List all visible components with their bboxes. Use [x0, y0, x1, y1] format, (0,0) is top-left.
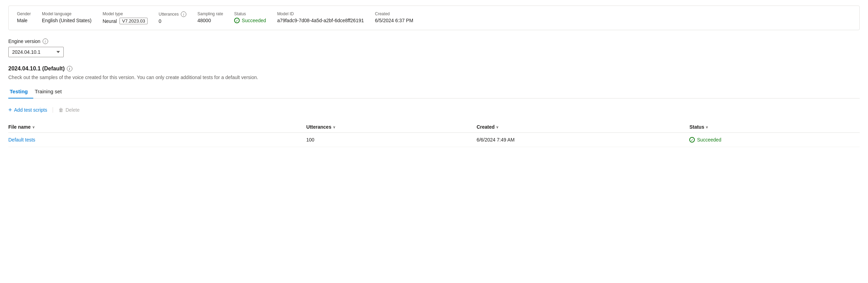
sort-icon-created: ∨	[496, 125, 498, 129]
plus-icon: +	[8, 107, 12, 113]
tabs-bar: Testing Training set	[8, 86, 860, 98]
created-label: Created	[375, 11, 414, 16]
cell-status: ✓ Succeeded	[689, 133, 860, 147]
cell-created: 6/6/2024 7:49 AM	[477, 133, 690, 147]
trash-icon: 🗑	[59, 107, 63, 113]
gender-field: Gender Male	[17, 11, 31, 24]
col-status-label: Status	[689, 124, 704, 130]
row-status-text: Succeeded	[697, 137, 721, 143]
created-value: 6/5/2024 6:37 PM	[375, 18, 414, 23]
testing-toolbar: + Add test scripts 🗑 Delete	[8, 104, 860, 116]
version-section: 2024.04.10.1 (Default) i Check out the s…	[8, 66, 860, 147]
delete-button[interactable]: 🗑 Delete	[59, 107, 79, 113]
engine-version-dropdown[interactable]: 2024.04.10.1	[8, 47, 64, 57]
model-type-neural: Neural	[103, 18, 117, 24]
engine-version-section: Engine version i 2024.04.10.1	[8, 38, 860, 57]
status-label: Status	[234, 11, 266, 16]
table-header-row: File name ∨ Utterances ∨ Created ∨	[8, 121, 860, 133]
engine-info-icon[interactable]: i	[43, 38, 48, 44]
col-header-utterances[interactable]: Utterances ∨	[306, 121, 477, 133]
cell-utterances: 100	[306, 133, 477, 147]
gender-value: Male	[17, 18, 31, 23]
sort-icon-utterances: ∨	[333, 125, 335, 129]
col-created-label: Created	[477, 124, 495, 130]
add-test-scripts-button[interactable]: + Add test scripts	[8, 107, 47, 113]
model-id-value: a79fadc9-7d08-4a5d-a2bf-6dce8ff26191	[277, 18, 364, 23]
col-utterances-label: Utterances	[306, 124, 331, 130]
engine-label-row: Engine version i	[8, 38, 860, 44]
utterances-label: Utterances	[159, 12, 179, 17]
col-header-created[interactable]: Created ∨	[477, 121, 690, 133]
toolbar-divider	[53, 107, 53, 113]
gender-label: Gender	[17, 11, 31, 16]
sampling-rate-field: Sampling rate 48000	[197, 11, 223, 24]
model-id-label: Model ID	[277, 11, 364, 16]
delete-label: Delete	[65, 107, 79, 113]
utterances-value: 0	[159, 18, 186, 24]
sampling-rate-label: Sampling rate	[197, 11, 223, 16]
model-id-field: Model ID a79fadc9-7d08-4a5d-a2bf-6dce8ff…	[277, 11, 364, 24]
language-label: Model language	[42, 11, 91, 16]
language-value: English (United States)	[42, 18, 91, 23]
model-type-field: Model type Neural V7.2023.03	[103, 11, 148, 24]
engine-version-label: Engine version	[8, 38, 41, 44]
model-info-card: Gender Male Model language English (Unit…	[8, 6, 860, 30]
cell-filename: Default tests	[8, 133, 306, 147]
col-header-filename[interactable]: File name ∨	[8, 121, 306, 133]
status-field: Status ✓ Succeeded	[234, 11, 266, 24]
utterances-field: Utterances i 0	[159, 11, 186, 24]
tab-training-set[interactable]: Training set	[33, 86, 67, 98]
tab-testing[interactable]: Testing	[8, 86, 33, 98]
add-test-scripts-label: Add test scripts	[14, 107, 47, 113]
version-title: 2024.04.10.1 (Default) i	[8, 66, 860, 72]
engine-version-selected: 2024.04.10.1	[12, 49, 41, 55]
col-filename-label: File name	[8, 124, 31, 130]
tab-testing-label: Testing	[10, 88, 28, 94]
testing-table: File name ∨ Utterances ∨ Created ∨	[8, 121, 860, 147]
table-row: Default tests 100 6/6/2024 7:49 AM ✓ Suc…	[8, 133, 860, 147]
tab-training-label: Training set	[35, 88, 62, 94]
version-info-icon[interactable]: i	[67, 66, 72, 71]
status-check-icon: ✓	[234, 18, 240, 23]
model-type-value: Neural V7.2023.03	[103, 18, 148, 24]
model-type-version-badge: V7.2023.03	[119, 18, 148, 24]
created-field: Created 6/5/2024 6:37 PM	[375, 11, 414, 24]
model-type-label: Model type	[103, 11, 148, 16]
sort-icon-status: ∨	[706, 125, 708, 129]
status-value: ✓ Succeeded	[234, 18, 266, 23]
utterances-info-icon[interactable]: i	[181, 11, 186, 17]
row-status-icon: ✓	[689, 137, 695, 143]
status-text: Succeeded	[242, 18, 266, 23]
row-status-value: ✓ Succeeded	[689, 137, 856, 143]
version-title-text: 2024.04.10.1 (Default)	[8, 66, 65, 72]
col-header-status[interactable]: Status ∨	[689, 121, 860, 133]
chevron-down-icon	[56, 51, 60, 53]
sort-icon-filename: ∨	[32, 125, 35, 129]
version-description: Check out the samples of the voice creat…	[8, 75, 860, 80]
language-field: Model language English (United States)	[42, 11, 91, 24]
sampling-rate-value: 48000	[197, 18, 223, 23]
default-tests-link[interactable]: Default tests	[8, 137, 35, 143]
